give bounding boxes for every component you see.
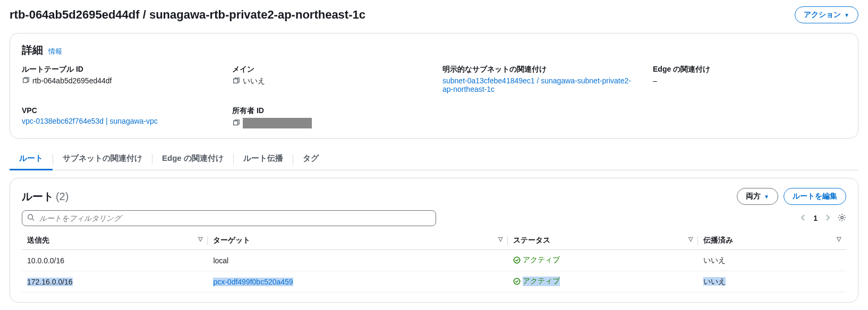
edit-routes-button[interactable]: ルートを編集 <box>784 188 846 205</box>
svg-rect-2 <box>234 121 238 125</box>
sort-icon: ▽ <box>198 236 202 243</box>
value-subnet-assoc[interactable]: subnet-0a13cfebe41849ec1 / sunagawa-subn… <box>442 76 636 93</box>
label-vpc: VPC <box>22 106 215 115</box>
routes-table: 送信先▽ ターゲット▽ ステータス▽ 伝播済み▽ 10.0.0.0/16loca… <box>22 231 846 292</box>
svg-line-4 <box>32 219 35 221</box>
page-number: 1 <box>813 214 818 222</box>
detail-subnet-assoc: 明示的なサブネットの関連付け subnet-0a13cfebe41849ec1 … <box>442 65 636 93</box>
next-page[interactable] <box>825 214 830 223</box>
tab-1[interactable]: サブネットの関連付け <box>53 148 152 170</box>
cell-target[interactable]: pcx-0df499f0bc520a459 <box>208 271 508 292</box>
label-main: メイン <box>232 65 426 74</box>
copy-icon[interactable] <box>232 119 240 127</box>
edit-routes-label: ルートを編集 <box>793 192 837 201</box>
details-title: 詳細 <box>22 43 43 57</box>
table-row[interactable]: 172.16.0.0/16pcx-0df499f0bc520a459アクティブい… <box>22 271 846 292</box>
routes-panel: ルート (2) 両方 ▼ ルートを編集 1 <box>10 178 858 303</box>
cell-destination: 10.0.0.0/16 <box>22 250 208 271</box>
col-status[interactable]: ステータス▽ <box>508 231 698 250</box>
label-subnet-assoc: 明示的なサブネットの関連付け <box>442 65 636 74</box>
detail-route-table-id: ルートテーブル ID rtb-064ab5d2695ed44df <box>22 65 215 93</box>
prev-page[interactable] <box>801 214 806 223</box>
value-edge-assoc: – <box>653 76 657 85</box>
sort-icon: ▽ <box>688 236 693 243</box>
detail-edge-assoc: Edge の関連付け – <box>653 65 846 93</box>
detail-owner-id: 所有者 ID <box>232 106 426 128</box>
sort-icon: ▽ <box>498 236 503 243</box>
pagination: 1 <box>801 213 846 223</box>
col-destination[interactable]: 送信先▽ <box>22 231 208 250</box>
filter-dropdown-label: 両方 <box>746 192 761 201</box>
value-main: いいえ <box>243 76 265 86</box>
tab-0[interactable]: ルート <box>10 148 53 170</box>
routes-title: ルート <box>22 191 54 202</box>
label-edge-assoc: Edge の関連付け <box>653 65 846 74</box>
cell-propagated: いいえ <box>698 271 846 292</box>
value-owner-id-redacted <box>243 118 312 128</box>
tab-4[interactable]: タグ <box>293 148 328 170</box>
caret-down-icon: ▼ <box>764 194 769 200</box>
filter-dropdown[interactable]: 両方 ▼ <box>737 188 778 205</box>
search-icon <box>27 214 35 223</box>
label-route-table-id: ルートテーブル ID <box>22 65 215 74</box>
cell-destination: 172.16.0.0/16 <box>22 271 208 292</box>
actions-button-label: アクション <box>804 10 841 20</box>
label-owner-id: 所有者 ID <box>232 106 426 116</box>
detail-main: メイン いいえ <box>232 65 426 93</box>
info-link[interactable]: 情報 <box>48 47 62 56</box>
settings-icon[interactable] <box>838 213 846 223</box>
tab-3[interactable]: ルート伝播 <box>234 148 293 170</box>
tab-2[interactable]: Edge の関連付け <box>152 148 233 170</box>
detail-vpc: VPC vpc-0138ebc62f764e53d | sunagawa-vpc <box>22 106 215 128</box>
col-propagated[interactable]: 伝播済み▽ <box>698 231 846 250</box>
filter-input[interactable] <box>22 210 436 226</box>
actions-button[interactable]: アクション ▼ <box>795 6 858 23</box>
tabs: ルートサブネットの関連付けEdge の関連付けルート伝播タグ <box>10 148 858 170</box>
copy-icon[interactable] <box>22 77 29 84</box>
caret-down-icon: ▼ <box>844 12 849 18</box>
value-route-table-id: rtb-064ab5d2695ed44df <box>32 76 112 85</box>
cell-target: local <box>208 250 508 271</box>
routes-count: (2) <box>56 191 69 202</box>
svg-point-3 <box>28 214 33 219</box>
details-panel: 詳細 情報 ルートテーブル ID rtb-064ab5d2695ed44df メ… <box>10 33 858 139</box>
cell-status: アクティブ <box>508 271 698 292</box>
page-title: rtb-064ab5d2695ed44df / sunagawa-rtb-pri… <box>10 8 365 22</box>
value-vpc[interactable]: vpc-0138ebc62f764e53d | sunagawa-vpc <box>22 117 158 125</box>
svg-rect-1 <box>234 79 238 83</box>
sort-icon: ▽ <box>837 236 841 243</box>
svg-rect-0 <box>23 79 28 83</box>
cell-status: アクティブ <box>508 250 698 271</box>
col-target[interactable]: ターゲット▽ <box>208 231 508 250</box>
copy-icon[interactable] <box>232 78 240 85</box>
cell-propagated: いいえ <box>698 250 846 271</box>
svg-point-5 <box>841 216 843 218</box>
table-row[interactable]: 10.0.0.0/16localアクティブいいえ <box>22 250 846 271</box>
